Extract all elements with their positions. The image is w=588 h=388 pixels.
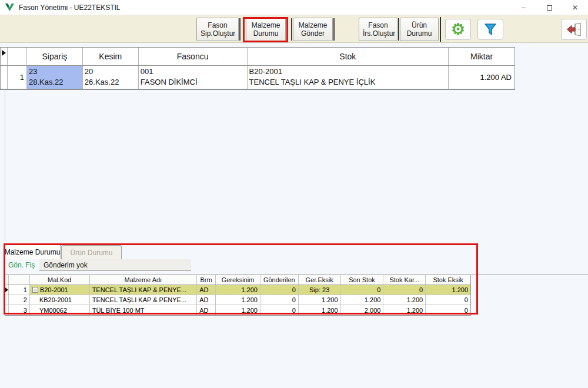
column-header-siparis[interactable]: Sipariş [27,48,83,65]
toolbar-separator [239,18,240,41]
toolbar-separator [333,18,335,41]
exit-door-icon [566,22,582,36]
gonderilen-cell[interactable]: 0 [260,305,299,315]
malzeme-adi-cell[interactable]: TÜL BİYE 100 MT [90,305,198,315]
column-header-stok-eksik[interactable]: Stok Eksik [426,275,470,285]
toolbar-gap [335,18,359,41]
ger-eksik-cell[interactable]: 1.200 [299,295,341,305]
gon-fis-label: Gön. Fiş [8,261,35,269]
material-row[interactable]: 1 − B20-2001 TENCEL TAŞLI KAP & PENYE...… [5,285,470,295]
materials-grid-header: Mal.Kod Malzeme Adı Brm Gereksinim Gönde… [5,275,470,285]
material-row[interactable]: 3 YM00062 TÜL BİYE 100 MT AD 1.200 0 1.2… [5,305,470,315]
malzeme-adi-cell[interactable]: TENCEL TAŞLI KAP & PENYE... [90,295,198,305]
order-row[interactable]: 1 23 28.Kas.22 20 26.Kas.22 001 FASON Dİ… [1,66,514,89]
column-header-malzeme-adi[interactable]: Malzeme Adı [90,275,198,285]
materials-grid: Mal.Kod Malzeme Adı Brm Gereksinim Gönde… [5,275,471,316]
column-header-stok[interactable]: Stok [248,48,449,65]
toolbar-separator [291,18,292,41]
son-stok-cell[interactable]: 2.000 [341,305,384,315]
maximize-button[interactable] [536,0,562,15]
window-title: Fason Yönetimi - UE22TEKSTIL [19,4,121,12]
column-header-fasoncu[interactable]: Fasoncu [139,48,248,65]
collapse-icon[interactable]: − [32,287,38,293]
column-header-son-stok[interactable]: Son Stok [341,275,384,285]
stok-kar-cell[interactable]: 1.200 [383,295,426,305]
tab-malzeme-durumu[interactable]: Malzeme Durumu [4,245,61,259]
row-indicator-cell [1,66,8,89]
gereksinim-cell[interactable]: 1.200 [216,295,260,305]
row-number-cell: 1 [8,66,27,89]
stok-eksik-cell[interactable]: 0 [426,295,470,305]
column-header-malkod[interactable]: Mal.Kod [30,275,90,285]
brm-cell[interactable]: AD [197,305,216,315]
gereksinim-cell[interactable]: 1.200 [216,285,260,295]
row-number-cell: 3 [9,305,30,315]
close-button[interactable]: ✕ [562,0,588,15]
current-row-indicator-cell [1,48,8,65]
toolbar-button-group: Fason Sip.Oluştur Malzeme Durumu Malzeme… [196,18,439,41]
column-header-ger-eksik[interactable]: Ger.Eksik [299,275,341,285]
grid-left-edge-line [5,89,5,242]
column-header-gonderilen[interactable]: Gönderilen [260,275,299,285]
stok-kar-cell[interactable]: 1.200 [383,305,426,315]
siparis-cell[interactable]: 23 28.Kas.22 [27,66,83,89]
current-row-arrow-icon [2,50,6,56]
fason-irs-olustur-button[interactable]: Fason İrs.Oluştur [359,18,397,41]
row-number-cell: 2 [9,295,30,305]
stok-eksik-cell[interactable]: 0 [426,305,470,315]
orders-grid: Sipariş Kesim Fasoncu Stok Miktar 1 23 2… [0,47,515,90]
kesim-cell[interactable]: 20 26.Kas.22 [83,66,139,89]
app-logo-icon [5,4,14,12]
exit-button[interactable] [561,19,587,40]
urun-durumu-button[interactable]: Ürün Durumu [400,18,439,41]
gon-fis-field: Gönderim yok [39,259,191,271]
material-row[interactable]: 2 KB20-2001 TENCEL TAŞLI KAP & PENYE... … [5,295,470,305]
son-stok-cell[interactable]: 0 [341,285,384,295]
fason-sip-olustur-button[interactable]: Fason Sip.Oluştur [196,18,239,41]
column-header-kesim[interactable]: Kesim [83,48,139,65]
filter-funnel-icon [483,22,497,36]
tab-urun-durumu[interactable]: Ürün Durumu [61,245,122,259]
malzeme-durumu-button[interactable]: Malzeme Durumu [246,18,286,41]
column-header-brm[interactable]: Brm [197,275,216,285]
filter-button[interactable] [477,19,503,40]
window-controls: – ✕ [510,0,588,15]
malzeme-adi-cell[interactable]: TENCEL TAŞLI KAP & PENYE... [90,285,198,295]
stok-eksik-cell[interactable]: 1.200 [426,285,470,295]
gear-icon: ⚙ [451,22,465,38]
ger-eksik-cell[interactable]: Sip: 23 [299,285,341,295]
column-header-gereksinim[interactable]: Gereksinim [216,275,260,285]
minimize-icon: – [522,4,526,12]
minimize-button[interactable]: – [510,0,536,15]
toolbar-group-separator [440,17,441,42]
malzeme-gonder-button[interactable]: Malzeme Gönder [293,18,333,41]
title-bar: Fason Yönetimi - UE22TEKSTIL – ✕ [0,0,588,15]
gonderilen-cell[interactable]: 0 [260,285,299,295]
gereksinim-cell[interactable]: 1.200 [216,305,260,315]
malkod-cell[interactable]: YM00062 [30,305,90,315]
settings-button[interactable]: ⚙ [445,19,471,40]
row-number-header [9,275,30,285]
column-header-miktar[interactable]: Miktar [449,48,514,65]
stok-cell[interactable]: B20-2001 TENCEL TAŞLI KAP & PENYE İÇLİK [248,66,449,89]
miktar-cell[interactable]: 1.200 AD [449,66,514,89]
fasoncu-cell[interactable]: 001 FASON DİKİMCİ [139,66,248,89]
column-header-stok-kar[interactable]: Stok Kar... [383,275,426,285]
stok-kar-cell[interactable]: 0 [383,285,426,295]
app-window: Fason Yönetimi - UE22TEKSTIL – ✕ Fason S… [0,0,588,388]
maximize-icon [547,5,552,11]
malkod-cell[interactable]: KB20-2001 [30,295,90,305]
content-area: Sipariş Kesim Fasoncu Stok Miktar 1 23 2… [0,43,588,388]
row-number-cell: 1 [9,285,30,295]
toolbar-separator [398,18,399,41]
brm-cell[interactable]: AD [197,285,216,295]
malkod-cell[interactable]: − B20-2001 [30,285,90,295]
toolbar: Fason Sip.Oluştur Malzeme Durumu Malzeme… [0,15,588,43]
orders-grid-header: Sipariş Kesim Fasoncu Stok Miktar [1,48,514,66]
gonderilen-cell[interactable]: 0 [260,295,299,305]
row-number-header [8,48,27,65]
brm-cell[interactable]: AD [197,295,216,305]
son-stok-cell[interactable]: 1.200 [341,295,384,305]
ger-eksik-cell[interactable]: 1.200 [299,305,341,315]
close-icon: ✕ [572,4,578,12]
